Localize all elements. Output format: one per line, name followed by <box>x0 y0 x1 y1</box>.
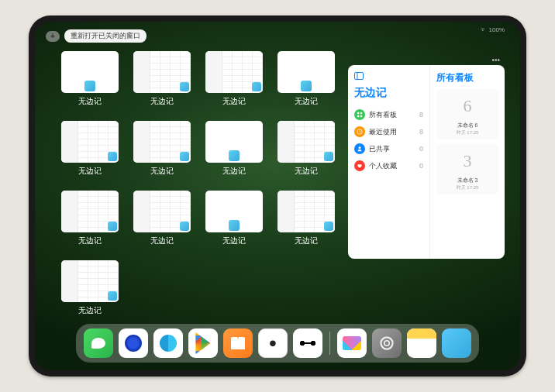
heart-icon <box>354 160 365 171</box>
app-window-tile[interactable]: 无边记 <box>274 121 337 177</box>
board-sketch: 3 <box>451 147 484 175</box>
svg-rect-2 <box>357 112 359 114</box>
freeform-icon[interactable] <box>337 328 367 358</box>
sidebar-toggle-icon[interactable] <box>354 71 423 82</box>
window-thumbnail[interactable] <box>133 121 191 163</box>
top-controls: + 重新打开已关闭的窗口 <box>46 29 147 43</box>
sidebar-item-grid[interactable]: 所有看板 8 <box>354 106 423 123</box>
settings-icon[interactable] <box>372 328 402 358</box>
tile-label: 无边记 <box>78 96 102 107</box>
app-window-tile[interactable]: 无边记 <box>58 191 121 246</box>
window-thumbnail[interactable] <box>133 191 191 232</box>
board-date: 昨天 17:25 <box>457 129 479 136</box>
tile-label: 无边记 <box>150 236 174 246</box>
board-card[interactable]: 3 未命名 3 昨天 17:25 <box>436 144 498 194</box>
row-label: 最近使用 <box>369 127 397 137</box>
battery-level: 100% <box>489 26 505 33</box>
board-name: 未命名 3 <box>457 177 478 184</box>
launchpad-icon[interactable] <box>442 328 471 358</box>
row-count: 0 <box>419 145 423 153</box>
app-window-tile[interactable]: 无边记 <box>130 191 193 246</box>
window-thumbnail[interactable] <box>133 51 191 93</box>
board-card[interactable]: 6 未命名 6 昨天 17:25 <box>436 89 498 139</box>
app-window-tile[interactable]: 无边记 <box>58 51 121 107</box>
app-window-tile[interactable]: 无边记 <box>274 51 337 107</box>
app-switcher-grid: 无边记无边记无边记无边记无边记无边记无边记无边记无边记无边记无边记无边记无边记 <box>58 51 337 316</box>
dock-separator <box>329 332 330 355</box>
svg-rect-4 <box>357 115 359 117</box>
app-window-tile[interactable]: 无边记 <box>202 121 265 177</box>
app-window-tile[interactable]: 无边记 <box>202 51 265 107</box>
tile-label: 无边记 <box>222 236 246 246</box>
dice-icon[interactable] <box>258 328 288 358</box>
row-count: 0 <box>419 162 423 170</box>
tile-label: 无边记 <box>222 166 246 177</box>
people-icon <box>354 143 365 154</box>
svg-rect-5 <box>360 115 362 117</box>
svg-rect-3 <box>360 112 362 114</box>
tile-label: 无边记 <box>78 305 102 316</box>
window-thumbnail[interactable] <box>205 121 263 163</box>
qq-browser-icon[interactable] <box>153 328 183 358</box>
window-thumbnail[interactable] <box>61 260 119 302</box>
window-thumbnail[interactable] <box>61 191 119 232</box>
tile-label: 无边记 <box>78 166 102 177</box>
tile-label: 无边记 <box>222 96 246 107</box>
wechat-icon[interactable] <box>84 328 113 358</box>
clock-icon <box>354 126 365 137</box>
grid-icon <box>354 109 365 120</box>
status-bar: ᯤ 100% <box>481 26 505 33</box>
tile-label: 无边记 <box>295 166 318 177</box>
wifi-icon: ᯤ <box>481 26 487 33</box>
window-thumbnail[interactable] <box>61 121 119 163</box>
tile-label: 无边记 <box>295 96 318 107</box>
app-window-tile[interactable]: 无边记 <box>130 121 193 177</box>
sidebar-item-people[interactable]: 已共享 0 <box>354 140 423 157</box>
window-thumbnail[interactable] <box>205 191 263 232</box>
panel-content: 所有看板 6 未命名 6 昨天 17:253 未命名 3 昨天 17:25 <box>429 65 505 259</box>
sidebar-item-heart[interactable]: 个人收藏 0 <box>354 157 423 174</box>
reopen-closed-window-button[interactable]: 重新打开已关闭的窗口 <box>64 29 147 43</box>
board-sketch: 6 <box>451 92 484 120</box>
row-label: 个人收藏 <box>369 161 397 171</box>
notes-icon[interactable] <box>407 328 436 358</box>
tile-label: 无边记 <box>78 236 102 246</box>
app-window-tile[interactable]: 无边记 <box>130 51 193 107</box>
app-window-tile[interactable]: 无边记 <box>274 191 337 246</box>
row-count: 8 <box>419 128 423 136</box>
row-count: 8 <box>419 111 423 119</box>
panel-sidebar: 无边记 所有看板 8 最近使用 8 已共享 0 个人收藏 0 <box>348 65 429 259</box>
svg-point-8 <box>381 337 392 349</box>
svg-point-9 <box>384 341 390 346</box>
panel-right-title: 所有看板 <box>436 71 498 84</box>
connect-icon[interactable] <box>293 328 322 358</box>
window-thumbnail[interactable] <box>278 191 335 232</box>
window-thumbnail[interactable] <box>278 51 335 93</box>
board-date: 昨天 17:25 <box>457 184 479 191</box>
qq-blue-icon[interactable] <box>119 328 148 358</box>
more-icon[interactable]: ••• <box>491 56 500 64</box>
sidebar-item-clock[interactable]: 最近使用 8 <box>354 123 423 140</box>
tile-label: 无边记 <box>295 236 318 246</box>
books-icon[interactable] <box>223 328 253 358</box>
window-thumbnail[interactable] <box>278 121 335 163</box>
screen: ᯤ 100% + 重新打开已关闭的窗口 无边记无边记无边记无边记无边记无边记无边… <box>35 22 520 370</box>
row-label: 已共享 <box>369 144 390 154</box>
row-label: 所有看板 <box>369 110 397 120</box>
new-window-button[interactable]: + <box>46 31 60 42</box>
dock <box>76 324 479 363</box>
window-thumbnail[interactable] <box>61 51 119 93</box>
freeform-panel[interactable]: 无边记 所有看板 8 最近使用 8 已共享 0 个人收藏 0 所有看板 6 未命… <box>348 65 505 259</box>
app-window-tile[interactable]: 无边记 <box>58 121 121 177</box>
play-store-icon[interactable] <box>188 328 218 358</box>
window-thumbnail[interactable] <box>205 51 263 93</box>
app-window-tile[interactable]: 无边记 <box>202 191 265 246</box>
svg-point-7 <box>359 146 361 149</box>
svg-rect-0 <box>355 73 364 80</box>
ipad-device: ᯤ 100% + 重新打开已关闭的窗口 无边记无边记无边记无边记无边记无边记无边… <box>29 15 526 377</box>
tile-label: 无边记 <box>150 96 174 107</box>
board-name: 未命名 6 <box>457 122 478 129</box>
app-window-tile[interactable]: 无边记 <box>58 260 121 316</box>
tile-label: 无边记 <box>150 166 174 177</box>
panel-title: 无边记 <box>354 86 423 100</box>
